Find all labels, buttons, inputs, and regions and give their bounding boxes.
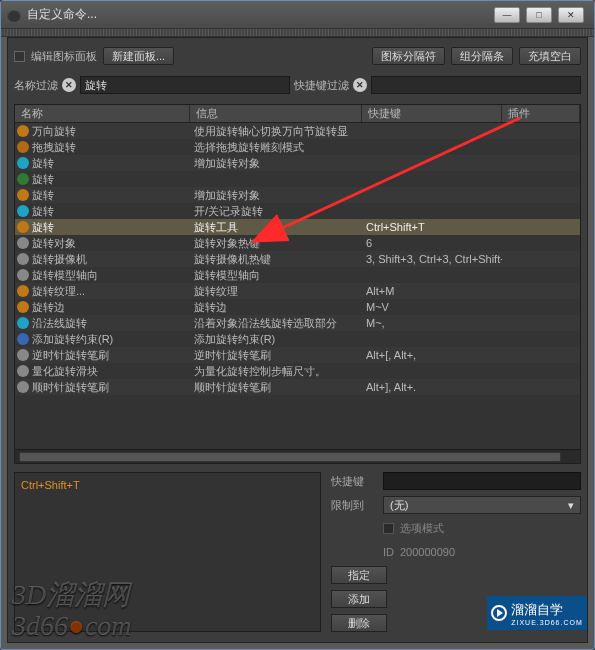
row-name: 旋转模型轴向: [32, 268, 98, 283]
table-row[interactable]: 量化旋转滑块为量化旋转控制步幅尺寸。: [15, 363, 580, 379]
table-row[interactable]: 沿法线旋转沿着对象沿法线旋转选取部分M~,: [15, 315, 580, 331]
titlebar: 自定义命令... — □ ✕: [1, 1, 594, 29]
table-row[interactable]: 旋转开/关记录旋转: [15, 203, 580, 219]
row-icon: [17, 221, 29, 233]
table-row[interactable]: 旋转增加旋转对象: [15, 187, 580, 203]
table-row[interactable]: 逆时针旋转笔刷逆时针旋转笔刷Alt+[, Alt+,: [15, 347, 580, 363]
current-hotkey-display: Ctrl+Shift+T: [21, 479, 80, 491]
row-icon: [17, 173, 29, 185]
row-info: 开/关记录旋转: [190, 204, 362, 219]
row-icon: [17, 333, 29, 345]
row-icon: [17, 349, 29, 361]
row-icon: [17, 365, 29, 377]
hotkey-filter-label: 快捷键过滤: [294, 78, 349, 93]
horizontal-scrollbar[interactable]: [15, 449, 580, 463]
row-hotkey: 6: [362, 237, 502, 249]
row-info: 选择拖拽旋转雕刻模式: [190, 140, 362, 155]
name-filter-input[interactable]: [80, 76, 290, 94]
table-row[interactable]: 旋转: [15, 171, 580, 187]
play-icon: [491, 605, 507, 621]
table-row[interactable]: 旋转对象旋转对象热键6: [15, 235, 580, 251]
add-button[interactable]: 添加: [331, 590, 387, 608]
row-info: 添加旋转约束(R): [190, 332, 362, 347]
grip-bar: [1, 29, 594, 37]
row-name: 旋转: [32, 204, 54, 219]
table-row[interactable]: 旋转旋转工具Ctrl+Shift+T: [15, 219, 580, 235]
brand-badge: 溜溜自学 ZIXUE.3D66.COM: [487, 596, 587, 630]
minimize-button[interactable]: —: [494, 7, 520, 23]
clear-name-filter[interactable]: ✕: [62, 78, 76, 92]
col-info[interactable]: 信息: [190, 105, 362, 122]
row-info: 旋转对象热键: [190, 236, 362, 251]
row-icon: [17, 125, 29, 137]
row-hotkey: 3, Shift+3, Ctrl+3, Ctrl+Shift+: [362, 253, 502, 265]
row-icon: [17, 269, 29, 281]
table-row[interactable]: 顺时针旋转笔刷顺时针旋转笔刷Alt+], Alt+.: [15, 379, 580, 395]
row-info: 旋转模型轴向: [190, 268, 362, 283]
col-hotkey[interactable]: 快捷键: [362, 105, 502, 122]
row-info: 顺时针旋转笔刷: [190, 380, 362, 395]
hotkey-filter-input[interactable]: [371, 76, 581, 94]
id-label: ID: [383, 546, 394, 558]
row-name: 旋转边: [32, 300, 65, 315]
row-hotkey: Alt+], Alt+.: [362, 381, 502, 393]
table-row[interactable]: 旋转边旋转边M~V: [15, 299, 580, 315]
row-info: 沿着对象沿法线旋转选取部分: [190, 316, 362, 331]
row-icon: [17, 205, 29, 217]
edit-icon-panel-label: 编辑图标面板: [31, 49, 97, 64]
icon-separator-button[interactable]: 图标分隔符: [372, 47, 445, 65]
id-value: 200000090: [400, 546, 455, 558]
limit-combo[interactable]: (无) ▾: [383, 496, 581, 514]
row-hotkey: Alt+[, Alt+,: [362, 349, 502, 361]
group-separator-button[interactable]: 组分隔条: [451, 47, 513, 65]
row-icon: [17, 141, 29, 153]
row-hotkey: Alt+M: [362, 285, 502, 297]
clear-hotkey-filter[interactable]: ✕: [353, 78, 367, 92]
row-icon: [17, 285, 29, 297]
delete-button[interactable]: 删除: [331, 614, 387, 632]
brand-text: 溜溜自学: [511, 602, 563, 617]
table-header: 名称 信息 快捷键 插件: [15, 105, 580, 123]
col-plugin[interactable]: 插件: [502, 105, 580, 122]
option-mode-label: 选项模式: [400, 521, 444, 536]
table-row[interactable]: 旋转摄像机旋转摄像机热键3, Shift+3, Ctrl+3, Ctrl+Shi…: [15, 251, 580, 267]
row-name: 量化旋转滑块: [32, 364, 98, 379]
row-icon: [17, 253, 29, 265]
table-row[interactable]: 旋转纹理...旋转纹理Alt+M: [15, 283, 580, 299]
table-row[interactable]: 旋转模型轴向旋转模型轴向: [15, 267, 580, 283]
row-name: 万向旋转: [32, 124, 76, 139]
col-name[interactable]: 名称: [15, 105, 190, 122]
table-body: 万向旋转使用旋转轴心切换万向节旋转显拖拽旋转选择拖拽旋转雕刻模式旋转增加旋转对象…: [15, 123, 580, 449]
row-info: 增加旋转对象: [190, 156, 362, 171]
row-icon: [17, 301, 29, 313]
row-icon: [17, 381, 29, 393]
table-row[interactable]: 拖拽旋转选择拖拽旋转雕刻模式: [15, 139, 580, 155]
row-icon: [17, 317, 29, 329]
row-hotkey: M~V: [362, 301, 502, 313]
option-mode-checkbox[interactable]: [383, 523, 394, 534]
details-left: Ctrl+Shift+T: [14, 472, 321, 632]
hotkey-input[interactable]: [383, 472, 581, 490]
row-name: 旋转: [32, 188, 54, 203]
row-info: 使用旋转轴心切换万向节旋转显: [190, 124, 362, 139]
new-panel-button[interactable]: 新建面板...: [103, 47, 174, 65]
table-row[interactable]: 旋转增加旋转对象: [15, 155, 580, 171]
fill-blank-button[interactable]: 充填空白: [519, 47, 581, 65]
assign-button[interactable]: 指定: [331, 566, 387, 584]
toolbar: 编辑图标面板 新建面板... 图标分隔符 组分隔条 充填空白: [14, 44, 581, 68]
row-name: 旋转: [32, 220, 54, 235]
table-row[interactable]: 万向旋转使用旋转轴心切换万向节旋转显: [15, 123, 580, 139]
filter-row: 名称过滤 ✕ 快捷键过滤 ✕: [14, 74, 581, 96]
command-table: 名称 信息 快捷键 插件 万向旋转使用旋转轴心切换万向节旋转显拖拽旋转选择拖拽旋…: [14, 104, 581, 464]
app-icon: [7, 8, 21, 22]
row-hotkey: M~,: [362, 317, 502, 329]
close-button[interactable]: ✕: [558, 7, 584, 23]
maximize-button[interactable]: □: [526, 7, 552, 23]
row-name: 旋转: [32, 156, 54, 171]
brand-sub: ZIXUE.3D66.COM: [511, 619, 583, 626]
table-row[interactable]: 添加旋转约束(R)添加旋转约束(R): [15, 331, 580, 347]
row-name: 旋转纹理...: [32, 284, 85, 299]
row-info: 旋转纹理: [190, 284, 362, 299]
row-info: 增加旋转对象: [190, 188, 362, 203]
edit-icon-panel-checkbox[interactable]: [14, 51, 25, 62]
